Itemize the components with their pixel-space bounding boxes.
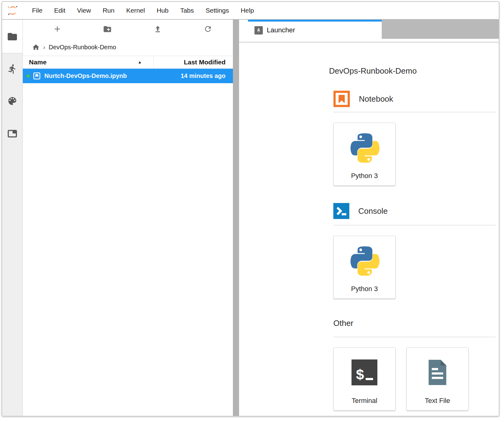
new-launcher-button[interactable] <box>32 24 82 34</box>
menu-run[interactable]: Run <box>97 2 120 19</box>
dock-panel: Launcher DevOps-Runbook-Demo Notebook <box>239 20 499 416</box>
menu-edit[interactable]: Edit <box>48 2 71 19</box>
jupyter-logo-icon <box>7 5 18 16</box>
python-logo-icon <box>350 246 380 276</box>
home-icon[interactable] <box>32 43 40 51</box>
section-label-console: Console <box>358 206 388 216</box>
section-header-other: Other <box>333 319 496 328</box>
tabs-icon <box>7 128 18 139</box>
launcher-rocket-icon <box>256 27 262 33</box>
refresh-icon <box>204 25 212 33</box>
sidebar-tab-file-browser[interactable] <box>2 31 22 42</box>
file-row-notebook[interactable]: Nurtch-DevOps-Demo.ipynb 14 minutes ago <box>23 69 233 83</box>
menu-kernel[interactable]: Kernel <box>120 2 151 19</box>
panel-splitter-handle[interactable] <box>233 20 239 416</box>
launcher-card-terminal[interactable]: $ Terminal <box>333 347 396 411</box>
launcher-panel: DevOps-Runbook-Demo Notebook <box>239 43 499 416</box>
launcher-card-notebook-python3[interactable]: Python 3 <box>333 123 396 186</box>
new-folder-button[interactable] <box>82 25 132 34</box>
card-label: Terminal <box>352 397 377 405</box>
file-browser-toolbar <box>23 20 233 38</box>
menu-tabs[interactable]: Tabs <box>174 2 200 19</box>
card-label: Python 3 <box>351 285 378 293</box>
section-divider <box>333 112 496 112</box>
file-list-header: Name ▲ Last Modified <box>23 56 233 68</box>
plus-icon <box>53 24 62 34</box>
launcher-card-text-file[interactable]: Text File <box>406 347 469 411</box>
breadcrumb: › DevOps-Runbook-Demo <box>32 43 116 52</box>
folder-icon <box>7 31 18 42</box>
launcher-card-console-python3[interactable]: Python 3 <box>333 236 396 299</box>
card-label: Text File <box>425 397 450 405</box>
running-man-icon <box>7 64 18 74</box>
file-last-modified: 14 minutes ago <box>181 72 233 79</box>
python-logo-icon <box>350 133 380 163</box>
launcher-cwd-title: DevOps-Runbook-Demo <box>329 66 496 76</box>
section-label-notebook: Notebook <box>359 94 393 104</box>
menu-file[interactable]: File <box>26 2 48 19</box>
card-label: Python 3 <box>351 172 378 180</box>
file-browser-panel: › DevOps-Runbook-Demo Name ▲ Last Modifi… <box>23 20 233 416</box>
tab-launcher-label: Launcher <box>267 26 295 34</box>
upload-button[interactable] <box>132 25 183 33</box>
file-name: Nurtch-DevOps-Demo.ipynb <box>44 72 127 79</box>
notebook-file-icon <box>33 72 40 79</box>
section-label-other: Other <box>333 319 353 328</box>
menu-help[interactable]: Help <box>235 2 260 19</box>
menu-view[interactable]: View <box>71 2 97 19</box>
refresh-button[interactable] <box>183 25 233 33</box>
menu-hub[interactable]: Hub <box>151 2 174 19</box>
main-area: › DevOps-Runbook-Demo Name ▲ Last Modifi… <box>2 20 499 416</box>
sort-ascending-icon: ▲ <box>138 60 142 64</box>
kernel-running-indicator <box>26 74 30 78</box>
new-folder-icon <box>103 25 112 34</box>
console-section-icon <box>333 203 349 219</box>
tab-launcher[interactable]: Launcher <box>248 20 382 39</box>
dock-tab-bar: Launcher <box>239 20 499 39</box>
sidebar-tab-open-tabs[interactable] <box>2 128 22 139</box>
name-column-label: Name <box>29 59 47 66</box>
left-sidebar <box>2 20 23 416</box>
palette-icon <box>7 96 18 106</box>
section-header-notebook: Notebook <box>333 91 496 107</box>
terminal-icon: $ <box>352 359 377 385</box>
section-divider <box>333 225 496 225</box>
column-header-last-modified[interactable]: Last Modified <box>154 59 233 66</box>
upload-icon <box>153 25 162 33</box>
section-divider <box>333 337 496 337</box>
column-header-name[interactable]: Name ▲ <box>23 56 154 68</box>
breadcrumb-separator: › <box>43 43 45 51</box>
menu-bar: File Edit View Run Kernel Hub Tabs Setti… <box>2 2 499 20</box>
breadcrumb-current-folder[interactable]: DevOps-Runbook-Demo <box>49 44 116 51</box>
text-file-icon <box>426 359 449 386</box>
jupyterlab-window: File Edit View Run Kernel Hub Tabs Setti… <box>2 1 499 416</box>
sidebar-tab-running-sessions[interactable] <box>2 64 22 74</box>
menu-settings[interactable]: Settings <box>200 2 235 19</box>
section-header-console: Console <box>333 203 496 219</box>
notebook-section-icon <box>333 91 350 107</box>
sidebar-tab-commands[interactable] <box>2 96 22 106</box>
tab-bar-empty-area <box>382 20 499 39</box>
